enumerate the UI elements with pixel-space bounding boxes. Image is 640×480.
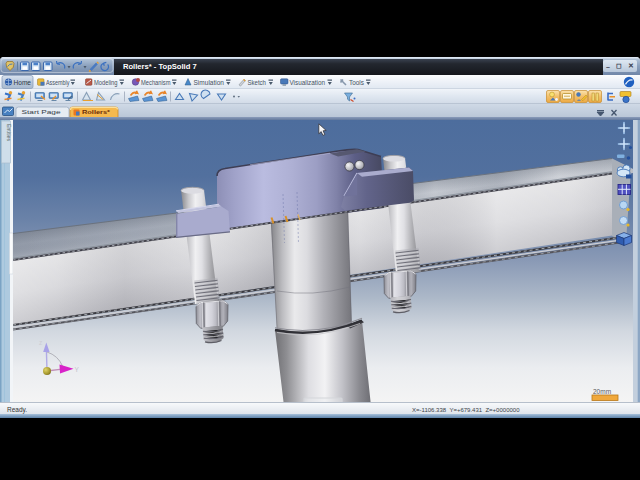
svg-text:Entities: Entities	[6, 124, 12, 141]
svg-text:Mechanism: Mechanism	[141, 79, 171, 86]
svg-text:z: z	[39, 339, 42, 346]
svg-text:Assembly: Assembly	[46, 79, 70, 87]
svg-text:20mm: 20mm	[593, 388, 611, 395]
svg-text:Rollers*: Rollers*	[82, 109, 111, 115]
svg-text:Modeling: Modeling	[94, 79, 118, 87]
svg-text:Y: Y	[75, 366, 80, 373]
svg-text:Start Page: Start Page	[22, 109, 62, 115]
svg-text:Visualization: Visualization	[290, 79, 326, 86]
svg-text:Tools: Tools	[349, 79, 364, 86]
svg-text:Simulation: Simulation	[194, 79, 225, 86]
svg-text:Sketch: Sketch	[248, 79, 267, 86]
svg-text:Home: Home	[14, 79, 32, 86]
